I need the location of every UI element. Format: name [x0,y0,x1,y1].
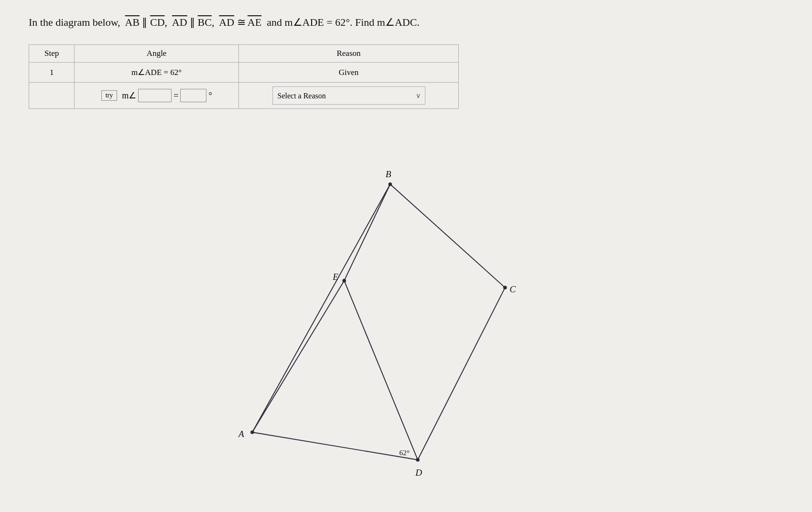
angle-1: m∠ADE = 62° [75,63,239,83]
ad-segment: AD [172,16,187,28]
problem-statement: In the diagram below, AB ∥ CD, AD ∥ BC, … [29,14,783,30]
step-1: 1 [29,63,75,83]
angle-name-input[interactable] [138,89,172,102]
line-da [252,432,418,460]
label-e: E [332,272,338,282]
cd-segment: CD [150,16,165,28]
diagram-container: B C A D E 62° [167,134,526,492]
angle-62-label: 62° [400,448,410,457]
label-a: A [238,429,244,439]
step-header: Step [29,45,75,63]
point-e [342,279,346,283]
bc-segment: BC [198,16,212,28]
try-step-cell [29,83,75,109]
point-b [389,182,392,186]
table-row: 1 m∠ADE = 62° Given [29,63,459,83]
reason-header: Reason [239,45,459,63]
line-ab [252,184,390,432]
point-c [503,286,507,289]
line-bc [390,184,505,288]
try-button[interactable]: try [101,90,118,101]
point-d [416,458,420,462]
degree-symbol: ° [208,91,212,101]
line-be [344,184,390,281]
geometry-diagram: B C A D E 62° [167,134,526,492]
reason-1: Given [239,63,459,83]
proof-table: Step Angle Reason 1 m∠ADE = 62° Given tr… [29,44,459,109]
reason-select[interactable]: Select a Reason Given Definition of isos… [272,86,425,105]
try-reason-cell: Select a Reason Given Definition of isos… [239,83,459,109]
reason-select-wrapper: Select a Reason Given Definition of isos… [272,86,425,105]
label-d: D [415,468,422,478]
line-de [344,281,418,460]
try-table-row: try m∠ = ° Select a Reason Given [29,83,459,109]
equals-sign: = [173,91,178,101]
ae-segment: AE [248,16,261,28]
angle-header: Angle [75,45,239,63]
ad-segment2: AD [219,16,234,28]
point-a [250,430,254,434]
label-c: C [509,284,516,294]
ab-segment: AB [125,16,140,28]
page: In the diagram below, AB ∥ CD, AD ∥ BC, … [0,0,812,512]
label-b: B [386,169,391,179]
line-cd [418,288,505,460]
line-ae [252,281,344,432]
try-angle-cell: try m∠ = ° [75,83,239,109]
angle-prefix: m∠ [122,90,136,101]
degree-value-input[interactable] [180,89,206,102]
